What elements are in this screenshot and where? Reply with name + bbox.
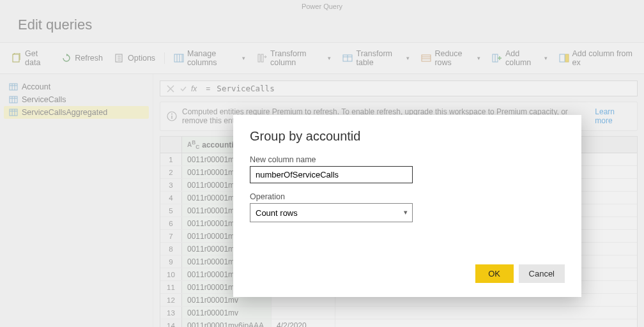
- get-data-icon: [12, 53, 22, 63]
- row-number: 4: [160, 192, 182, 204]
- manage-columns-button[interactable]: Manage columns ▾: [169, 47, 250, 70]
- transform-table-icon: [342, 53, 353, 63]
- operation-label: Operation: [250, 192, 565, 201]
- grid-corner: [160, 137, 182, 153]
- query-item-label: ServiceCallsAggregated: [22, 108, 107, 117]
- toolbar: Get data Refresh Options Manage columns …: [0, 42, 644, 74]
- svg-rect-10: [261, 54, 263, 62]
- formula-bar: fx =: [160, 80, 638, 96]
- text-type-icon: ABC: [187, 139, 199, 150]
- row-number: 1: [160, 153, 182, 165]
- queries-sidebar: AccountServiceCallsServiceCallsAggregate…: [0, 74, 153, 327]
- table-icon: [9, 108, 18, 117]
- new-column-name-label: New column name: [250, 155, 565, 164]
- row-number: 14: [160, 319, 182, 327]
- row-number: 10: [160, 268, 182, 280]
- row-number: 3: [160, 179, 182, 191]
- query-item-account[interactable]: Account: [4, 80, 149, 93]
- row-number: 12: [160, 294, 182, 306]
- get-data-button[interactable]: Get data: [6, 47, 55, 70]
- ok-button[interactable]: OK: [475, 264, 514, 283]
- svg-point-37: [171, 114, 172, 115]
- chevron-down-icon: ▾: [544, 55, 548, 61]
- toolbar-label: Get data: [25, 49, 50, 67]
- transform-column-button[interactable]: Transform column ▾: [252, 47, 336, 70]
- chevron-down-icon: ▾: [477, 55, 480, 61]
- add-column-from-examples-icon: [559, 53, 569, 63]
- cancel-button[interactable]: Cancel: [519, 264, 565, 283]
- toolbar-label: Refresh: [75, 54, 103, 63]
- row-number: 11: [160, 281, 182, 293]
- operation-select[interactable]: [250, 203, 413, 222]
- chevron-down-icon: ▾: [328, 55, 331, 61]
- reduce-rows-button[interactable]: Reduce rows ▾: [416, 47, 486, 70]
- cell-accountid[interactable]: 0011r00001mv: [182, 307, 272, 319]
- row-number: 7: [160, 230, 182, 242]
- equals-label: =: [202, 81, 214, 96]
- svg-rect-19: [560, 54, 565, 62]
- new-column-name-input[interactable]: [250, 166, 413, 183]
- transform-column-icon: [257, 53, 267, 63]
- table-row[interactable]: 130011r00001mv: [160, 307, 637, 319]
- toolbar-label: Transform column: [270, 49, 323, 67]
- reduce-rows-icon: [421, 53, 431, 63]
- svg-rect-29: [10, 109, 17, 116]
- add-column-icon: [492, 53, 502, 63]
- query-item-label: Account: [22, 82, 50, 91]
- svg-rect-9: [258, 54, 260, 62]
- options-button[interactable]: Options: [109, 50, 160, 66]
- query-item-servicecalls[interactable]: ServiceCalls: [4, 93, 149, 106]
- query-item-label: ServiceCalls: [22, 95, 66, 104]
- svg-rect-0: [13, 54, 19, 62]
- toolbar-label: Manage columns: [187, 49, 238, 67]
- chevron-down-icon: ▾: [242, 55, 245, 61]
- row-number: 5: [160, 204, 182, 217]
- app-title: Power Query: [0, 0, 644, 10]
- cell-date[interactable]: 4/2/2020: [272, 319, 335, 327]
- svg-rect-25: [10, 96, 17, 103]
- table-icon: [9, 95, 18, 104]
- toolbar-label: Reduce rows: [434, 49, 473, 67]
- cell-accountid[interactable]: 0011r00001mv6jpAAA: [182, 319, 272, 327]
- accept-formula-icon[interactable]: [178, 84, 188, 94]
- query-item-servicecallsaggregated[interactable]: ServiceCallsAggregated: [4, 106, 149, 119]
- row-number: 13: [160, 307, 182, 319]
- cancel-formula-icon[interactable]: [165, 84, 176, 94]
- transform-table-button[interactable]: Transform table ▾: [337, 47, 415, 70]
- table-row[interactable]: 140011r00001mv6jpAAA4/2/2020: [160, 319, 637, 327]
- row-number: 9: [160, 255, 182, 268]
- refresh-button[interactable]: Refresh: [56, 50, 108, 66]
- svg-rect-14: [422, 55, 431, 61]
- toolbar-label: Transform table: [356, 49, 402, 67]
- row-number: 8: [160, 243, 182, 255]
- fx-icon[interactable]: fx: [191, 84, 197, 93]
- chevron-down-icon: ▾: [406, 55, 410, 61]
- learn-more-link[interactable]: Learn more: [595, 107, 631, 125]
- add-column-from-examples-button[interactable]: Add column from ex: [554, 47, 638, 70]
- options-icon: [114, 53, 125, 63]
- separator: [164, 52, 165, 64]
- svg-rect-21: [10, 84, 17, 90]
- info-icon: [167, 111, 177, 121]
- cell-date[interactable]: [272, 307, 335, 319]
- formula-input[interactable]: [214, 84, 637, 93]
- row-number: 2: [160, 166, 182, 178]
- dialog-title: Group by accountid: [250, 129, 565, 144]
- group-by-dialog: Group by accountid New column name Opera…: [233, 115, 581, 297]
- toolbar-label: Add column: [505, 49, 540, 67]
- toolbar-label: Add column from ex: [572, 49, 633, 67]
- row-number: 6: [160, 217, 182, 229]
- page-title: Edit queries: [0, 10, 644, 42]
- add-column-button[interactable]: Add column ▾: [487, 47, 553, 70]
- refresh-icon: [61, 53, 72, 63]
- svg-rect-20: [565, 54, 569, 62]
- table-icon: [9, 82, 18, 91]
- toolbar-label: Options: [128, 54, 155, 63]
- manage-columns-icon: [174, 53, 184, 63]
